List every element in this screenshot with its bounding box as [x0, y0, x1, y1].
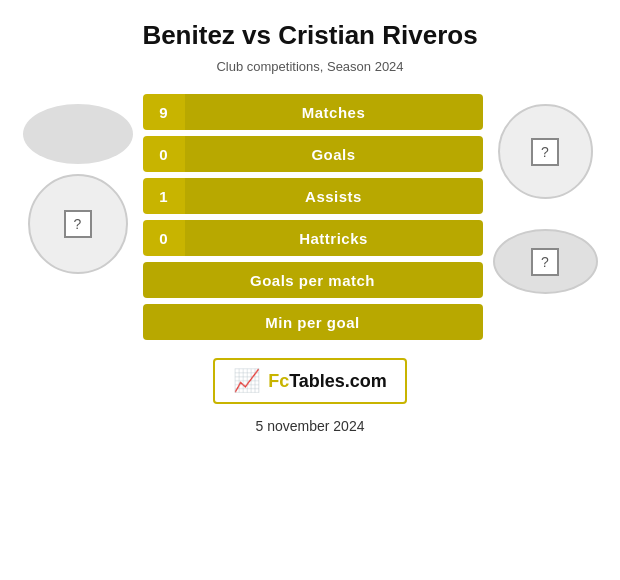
page-container: Benitez vs Cristian Riveros Club competi… [0, 0, 620, 580]
stat-label-min-per-goal: Min per goal [143, 304, 483, 340]
left-avatars: ? [23, 104, 133, 274]
footer-date: 5 november 2024 [256, 418, 365, 434]
stat-label-hattricks: Hattricks [185, 220, 483, 256]
player1-placeholder-icon: ? [64, 210, 92, 238]
stat-label-assists: Assists [185, 178, 483, 214]
player2-placeholder-icon-top: ? [531, 138, 559, 166]
right-avatars: ? ? [493, 104, 598, 294]
stat-row-hattricks: 0 Hattricks [143, 220, 483, 256]
player1-avatar-top [23, 104, 133, 164]
stat-row-min-per-goal: Min per goal [143, 304, 483, 340]
stat-number-goals: 0 [143, 136, 185, 172]
stat-number-assists: 1 [143, 178, 185, 214]
stat-label-matches: Matches [185, 94, 483, 130]
stat-row-goals: 0 Goals [143, 136, 483, 172]
logo-chart-icon: 📈 [233, 368, 260, 394]
logo-box: 📈 FcTables.com [213, 358, 407, 404]
player2-avatar-top: ? [498, 104, 593, 199]
main-area: ? 9 Matches 0 Goals 1 Assists 0 Hattrick… [10, 94, 610, 340]
stats-area: 9 Matches 0 Goals 1 Assists 0 Hattricks … [143, 94, 483, 340]
logo-area: 📈 FcTables.com [213, 358, 407, 404]
player1-avatar: ? [28, 174, 128, 274]
player2-placeholder-icon-bottom: ? [531, 248, 559, 276]
player2-avatar-bottom: ? [493, 229, 598, 294]
page-title: Benitez vs Cristian Riveros [142, 20, 477, 51]
stat-label-goals-per-match: Goals per match [143, 262, 483, 298]
logo-text: FcTables.com [268, 371, 387, 392]
stat-number-matches: 9 [143, 94, 185, 130]
stat-row-matches: 9 Matches [143, 94, 483, 130]
stat-row-goals-per-match: Goals per match [143, 262, 483, 298]
stat-label-goals: Goals [185, 136, 483, 172]
page-subtitle: Club competitions, Season 2024 [216, 59, 403, 74]
logo-brand: Fc [268, 371, 289, 391]
stat-number-hattricks: 0 [143, 220, 185, 256]
stat-row-assists: 1 Assists [143, 178, 483, 214]
